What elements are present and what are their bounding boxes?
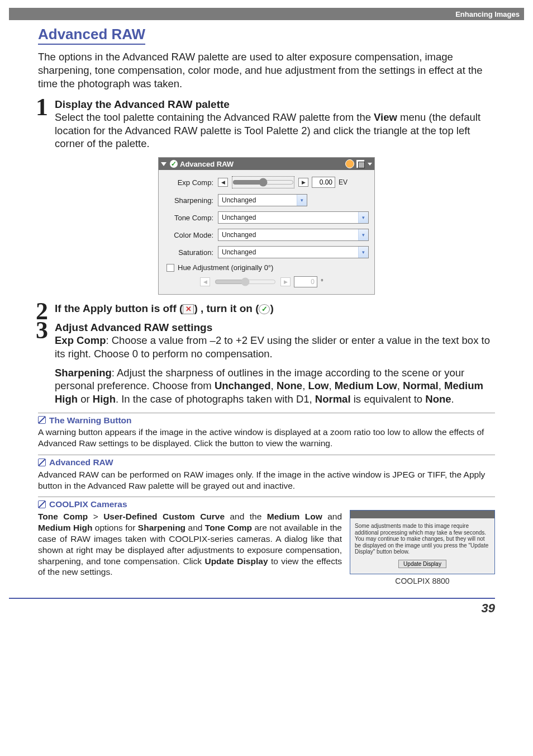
tonecomp-row: Tone Comp: Unchanged ▾ <box>164 211 369 224</box>
update-display-button[interactable]: Update Display <box>398 560 446 568</box>
hue-value-input <box>294 276 317 287</box>
saturation-row: Saturation: Unchanged ▾ <box>164 246 369 258</box>
note-body: Tone Comp > User-Defined Custom Curve an… <box>38 511 342 578</box>
saturation-combo[interactable]: Unchanged ▾ <box>218 246 369 258</box>
expcomp-label: Exp Comp: <box>164 178 215 187</box>
hue-label: Hue Adjustment (originally 0°) <box>178 263 273 272</box>
hue-slider <box>215 277 276 286</box>
saturation-label: Saturation: <box>164 248 215 257</box>
step-3-number: 3 <box>36 316 48 344</box>
sharpening-row: Sharpening: Unchanged ▾ <box>164 194 369 206</box>
note-warning-button: The Warning Button A warning button appe… <box>38 413 495 449</box>
hue-checkbox[interactable] <box>166 264 174 272</box>
advanced-raw-palette: ✓ Advanced RAW Exp Comp: ◀ ▶ EV Sharpeni… <box>158 157 375 295</box>
chevron-down-icon: ▾ <box>358 212 368 223</box>
dialog-message: Some adjustments made to this image requ… <box>355 523 488 555</box>
expcomp-row: Exp Comp: ◀ ▶ EV <box>164 176 369 189</box>
sharpening-label: Sharpening: <box>164 196 215 205</box>
palette-titlebar: ✓ Advanced RAW <box>159 158 374 170</box>
note-body: Advanced RAW can be performed on RAW ima… <box>38 469 495 492</box>
step-1-body: Select the tool palette containing the A… <box>55 111 495 150</box>
note-title: The Warning Button <box>49 415 132 426</box>
sharpening-combo[interactable]: Unchanged ▾ <box>218 194 307 206</box>
note-body: A warning button appears if the image in… <box>38 427 495 449</box>
hue-decrement-button: ◀ <box>200 277 210 286</box>
sharpening-value: Unchanged <box>218 196 297 204</box>
step-3-body: Exp Comp: Choose a value from –2 to +2 E… <box>55 334 495 405</box>
step-3-title: Adjust Advanced RAW settings <box>55 322 495 334</box>
step-3: 3 Adjust Advanced RAW settings Exp Comp:… <box>38 322 495 405</box>
warning-icon[interactable] <box>345 159 354 168</box>
saturation-value: Unchanged <box>218 248 358 256</box>
chevron-down-icon: ▾ <box>297 195 307 206</box>
apply-on-icon[interactable]: ✓ <box>170 160 178 168</box>
pencil-icon <box>38 416 46 424</box>
chapter-header-label: Enhancing Images <box>455 10 520 18</box>
page-title: Advanced RAW <box>38 26 145 45</box>
hue-unit: ° <box>321 278 333 286</box>
chevron-down-icon: ▾ <box>358 229 368 240</box>
apply-on-icon-inline: ✓ <box>259 304 270 314</box>
expcomp-decrement-button[interactable]: ◀ <box>218 178 228 187</box>
expcomp-increment-button[interactable]: ▶ <box>298 178 308 187</box>
page-number: 39 <box>9 598 495 616</box>
palette-title-text: Advanced RAW <box>180 160 234 168</box>
step-1-title: Display the Advanced RAW palette <box>55 98 495 111</box>
note-title: COOLPIX Cameras <box>49 499 127 510</box>
dialog-caption: COOLPIX 8800 <box>350 577 495 587</box>
expcomp-value-input[interactable] <box>312 177 335 188</box>
update-display-dialog: Some adjustments made to this image requ… <box>350 510 495 574</box>
collapse-triangle-icon[interactable] <box>161 162 166 166</box>
palette-menu-icon[interactable] <box>356 160 364 168</box>
colormode-combo[interactable]: Unchanged ▾ <box>218 229 369 241</box>
note-title: Advanced RAW <box>49 457 113 468</box>
step-1-number: 1 <box>36 93 48 121</box>
pencil-icon <box>38 500 46 508</box>
expcomp-slider[interactable] <box>232 177 294 188</box>
dialog-titlebar <box>350 511 494 518</box>
expcomp-unit: EV <box>339 178 351 186</box>
intro-paragraph: The options in the Advanced RAW palette … <box>38 50 495 91</box>
colormode-row: Color Mode: Unchanged ▾ <box>164 229 369 241</box>
step-2: 2 If the Apply button is off (✕) , turn … <box>38 303 495 315</box>
step-1: 1 Display the Advanced RAW palette Selec… <box>38 98 495 150</box>
colormode-label: Color Mode: <box>164 231 215 239</box>
apply-off-icon: ✕ <box>183 304 194 314</box>
chevron-down-icon: ▾ <box>358 247 368 258</box>
hue-increment-button: ▶ <box>280 277 291 286</box>
tonecomp-label: Tone Comp: <box>164 214 215 222</box>
chapter-header: Enhancing Images <box>9 8 524 20</box>
step-2-title: If the Apply button is off (✕) , turn it… <box>55 303 495 315</box>
colormode-value: Unchanged <box>218 231 358 239</box>
tonecomp-value: Unchanged <box>218 214 358 221</box>
palette-menu-arrow-icon[interactable] <box>368 163 372 166</box>
note-coolpix: COOLPIX Cameras Tone Comp > User-Defined… <box>38 497 495 586</box>
hue-controls: ◀ ▶ ° <box>164 276 369 287</box>
note-advanced-raw: Advanced RAW Advanced RAW can be perform… <box>38 455 495 491</box>
tonecomp-combo[interactable]: Unchanged ▾ <box>218 211 369 224</box>
hue-checkbox-row: Hue Adjustment (originally 0°) <box>166 263 369 272</box>
dialog-column: Some adjustments made to this image requ… <box>350 510 495 586</box>
pencil-icon <box>38 459 46 466</box>
